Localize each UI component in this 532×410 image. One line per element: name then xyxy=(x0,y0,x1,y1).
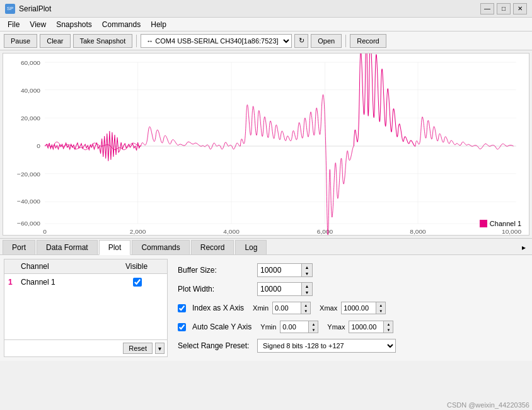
y-label-n20k: −20,000 xyxy=(17,171,40,178)
title-bar: SP SerialPlot — □ ✕ xyxy=(0,0,532,18)
chart-container: 60,000 40,000 20,000 0 −20,000 −40,000 −… xyxy=(3,53,529,236)
y-label-20k: 20,000 xyxy=(21,115,41,122)
channel-num: 1 xyxy=(8,278,21,287)
tab-port[interactable]: Port xyxy=(3,240,35,254)
svg-text:10,000: 10,000 xyxy=(502,228,522,235)
close-button[interactable]: ✕ xyxy=(513,3,527,14)
toolbar-separator xyxy=(136,35,137,47)
legend-color-box xyxy=(480,220,487,227)
svg-text:6,000: 6,000 xyxy=(317,228,333,235)
chart-svg: 60,000 40,000 20,000 0 −20,000 −40,000 −… xyxy=(3,54,529,235)
channel-footer: Reset ▾ xyxy=(4,339,167,356)
com-port-select[interactable]: ↔ COM4 USB-SERIAL CH340[1a86:7523] xyxy=(141,34,292,48)
index-x-label: Index as X Axis xyxy=(192,304,244,312)
ymax-down[interactable]: ▼ xyxy=(384,327,393,333)
reset-dropdown-button[interactable]: ▾ xyxy=(155,343,165,354)
ymin-input[interactable] xyxy=(280,321,308,333)
ymin-down[interactable]: ▼ xyxy=(309,327,318,333)
index-x-row: Index as X Axis Xmin ▲ ▼ Xmax ▲ ▼ xyxy=(178,300,523,316)
minimize-button[interactable]: — xyxy=(480,3,494,14)
menu-bar: File View Snapshots Commands Help xyxy=(0,18,532,31)
col-visible: Visible xyxy=(125,262,163,271)
plot-width-spin: ▲ ▼ xyxy=(257,282,313,296)
ymax-input[interactable] xyxy=(349,321,383,333)
buffer-size-down[interactable]: ▼ xyxy=(302,270,312,276)
ymax-up[interactable]: ▲ xyxy=(384,321,393,327)
svg-text:8,000: 8,000 xyxy=(410,228,426,235)
auto-scale-y-row: Auto Scale Y Axis Ymin ▲ ▼ Ymax ▲ ▼ xyxy=(178,319,523,334)
clear-button[interactable]: Clear xyxy=(40,34,70,48)
settings-panel: Buffer Size: ▲ ▼ Plot Width: ▲ ▼ xyxy=(173,259,528,357)
channel-name: Channel 1 xyxy=(21,278,125,287)
channel-table-header: Channel Visible xyxy=(4,259,167,274)
ymin-label: Ymin xyxy=(260,323,276,331)
plot-width-down[interactable]: ▼ xyxy=(302,289,312,295)
bottom-panel: Port Data Format Plot Commands Record Lo… xyxy=(0,238,532,361)
open-button[interactable]: Open xyxy=(311,34,342,48)
tab-content: Channel Visible 1 Channel 1 Reset ▾ Buff… xyxy=(0,255,532,361)
legend-label: Channel 1 xyxy=(490,220,521,227)
app-icon: SP xyxy=(5,4,15,14)
y-label-0: 0 xyxy=(37,142,40,149)
buffer-size-label: Buffer Size: xyxy=(178,266,253,275)
svg-rect-0 xyxy=(3,54,529,235)
pause-button[interactable]: Pause xyxy=(4,34,37,48)
range-preset-row: Select Range Preset: Signed 8 bits -128 … xyxy=(178,338,523,353)
menu-help[interactable]: Help xyxy=(146,19,171,30)
buffer-size-input[interactable] xyxy=(257,263,301,277)
plot-width-up[interactable]: ▲ xyxy=(302,283,312,289)
channel-visible-checkbox[interactable] xyxy=(133,278,142,287)
range-preset-label: Select Range Preset: xyxy=(178,341,253,350)
y-label-n60k: −60,000 xyxy=(17,220,40,227)
xmin-label: Xmin xyxy=(253,304,269,312)
plot-width-label: Plot Width: xyxy=(178,285,253,293)
snapshot-button[interactable]: Take Snapshot xyxy=(73,34,133,48)
channel-row: 1 Channel 1 xyxy=(6,275,166,289)
buffer-size-up[interactable]: ▲ xyxy=(302,264,312,270)
menu-commands[interactable]: Commands xyxy=(97,19,146,30)
y-label-n40k: −40,000 xyxy=(17,198,40,205)
tab-data-format[interactable]: Data Format xyxy=(37,240,98,254)
xmin-spin: ▲ ▼ xyxy=(272,302,311,314)
xmin-up[interactable]: ▲ xyxy=(301,302,310,308)
ymax-label: Ymax xyxy=(327,323,345,331)
menu-file[interactable]: File xyxy=(3,19,25,30)
xmax-input[interactable] xyxy=(341,302,376,314)
ymin-up[interactable]: ▲ xyxy=(309,321,318,327)
svg-text:2,000: 2,000 xyxy=(130,228,146,235)
range-preset-select[interactable]: Signed 8 bits -128 to +127Unsigned 8 bit… xyxy=(257,339,396,353)
auto-scale-y-label: Auto Scale Y Axis xyxy=(192,322,252,331)
xmin-input[interactable] xyxy=(272,302,301,314)
toolbar: Pause Clear Take Snapshot ↔ COM4 USB-SER… xyxy=(0,31,532,50)
tab-bar: Port Data Format Plot Commands Record Lo… xyxy=(0,239,532,255)
xmax-up[interactable]: ▲ xyxy=(376,302,385,308)
y-label-40k: 40,000 xyxy=(21,87,41,94)
svg-text:0: 0 xyxy=(43,228,47,235)
buffer-size-row: Buffer Size: ▲ ▼ xyxy=(178,263,523,278)
toolbar-separator2 xyxy=(345,35,346,47)
xmax-spin: ▲ ▼ xyxy=(341,302,386,314)
refresh-button[interactable]: ↻ xyxy=(294,34,308,48)
tab-commands[interactable]: Commands xyxy=(132,240,189,254)
plot-width-input[interactable] xyxy=(257,282,301,296)
ymax-spin: ▲ ▼ xyxy=(349,321,393,333)
channel-table-body: 1 Channel 1 xyxy=(4,274,167,339)
svg-text:4,000: 4,000 xyxy=(223,228,240,235)
watermark: CSDN @weixin_44220356 xyxy=(447,401,529,409)
tab-record[interactable]: Record xyxy=(191,240,234,254)
plot-width-row: Plot Width: ▲ ▼ xyxy=(178,282,523,297)
maximize-button[interactable]: □ xyxy=(497,3,511,14)
auto-scale-y-checkbox[interactable] xyxy=(178,323,186,331)
menu-view[interactable]: View xyxy=(25,19,51,30)
reset-button[interactable]: Reset xyxy=(123,343,153,354)
menu-snapshots[interactable]: Snapshots xyxy=(51,19,97,30)
tab-plot[interactable]: Plot xyxy=(99,240,131,255)
xmax-down[interactable]: ▼ xyxy=(376,308,385,314)
index-x-checkbox[interactable] xyxy=(178,304,186,312)
ymin-spin: ▲ ▼ xyxy=(280,321,318,333)
xmin-down[interactable]: ▼ xyxy=(301,308,310,314)
record-button[interactable]: Record xyxy=(350,34,386,48)
tab-more-arrow[interactable]: ▸ xyxy=(518,241,529,254)
tab-log[interactable]: Log xyxy=(235,240,267,254)
buffer-size-spin-buttons: ▲ ▼ xyxy=(301,263,313,277)
